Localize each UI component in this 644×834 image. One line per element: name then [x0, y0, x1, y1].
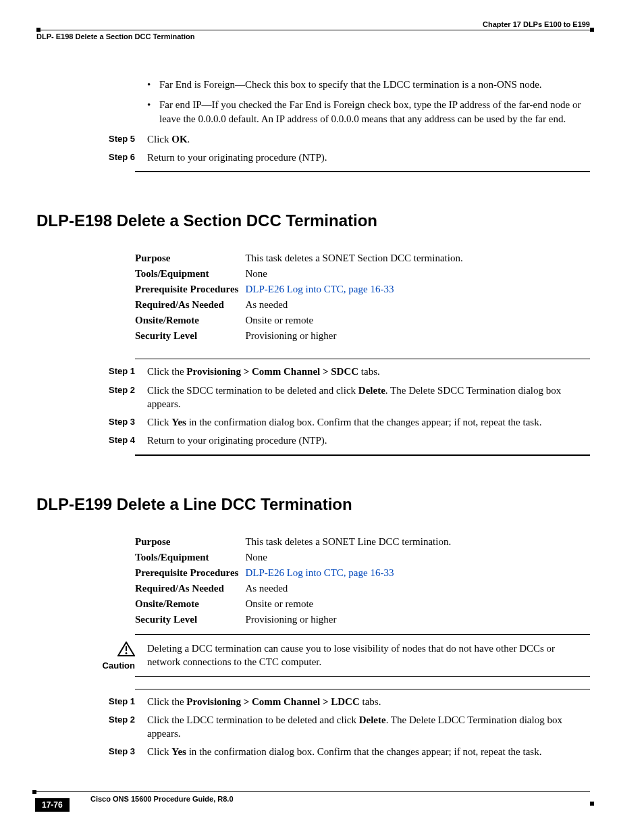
meta-table-e199: PurposeThis task deletes a SONET Line DC… — [135, 534, 458, 627]
text: in the confirmation dialog box. Confirm … — [186, 746, 542, 757]
procedure-title-e199: DLP-E199 Delete a Line DCC Termination — [36, 495, 590, 514]
step-row: Step 1 Click the Provisioning > Comm Cha… — [36, 365, 590, 378]
page-content: • Far End is Foreign—Check this box to s… — [36, 78, 590, 764]
meta-key: Purpose — [135, 534, 245, 550]
text: . — [188, 134, 190, 145]
bullet-item: • Far end IP—If you checked the Far End … — [36, 98, 590, 126]
step-label: Step 1 — [36, 695, 147, 708]
bullet-item: • Far End is Foreign—Check this box to s… — [36, 78, 590, 91]
step-body: Click OK. — [147, 132, 590, 146]
step-row: Step 6 Return to your originating proced… — [36, 151, 590, 164]
svg-point-2 — [126, 652, 128, 654]
step-label: Step 2 — [36, 713, 147, 741]
text: tabs. — [358, 366, 380, 377]
bold-text: Delete — [358, 385, 385, 396]
step-label: Step 2 — [36, 384, 147, 411]
header-tick-right — [590, 28, 594, 32]
bold-text: Yes — [171, 746, 186, 757]
step-row: Step 2 Click the LDCC termination to be … — [36, 713, 590, 741]
meta-key: Security Level — [135, 612, 245, 627]
text: Click — [147, 417, 171, 427]
header-section: DLP- E198 Delete a Section DCC Terminati… — [36, 32, 590, 41]
procedure-title-e198: DLP-E198 Delete a Section DCC Terminatio… — [36, 211, 590, 230]
rule — [135, 689, 590, 689]
meta-key: Prerequisite Procedures — [135, 565, 245, 581]
step-body: Click the LDCC termination to be deleted… — [147, 713, 590, 741]
bold-text: Delete — [359, 714, 386, 725]
meta-val: Provisioning or higher — [245, 612, 458, 627]
meta-key: Required/As Needed — [135, 581, 245, 596]
meta-val: None — [245, 550, 458, 565]
step-row: Step 3 Click Yes in the confirmation dia… — [36, 415, 590, 429]
meta-table-e198: PurposeThis task deletes a SONET Section… — [135, 251, 470, 344]
meta-val: This task deletes a SONET Section DCC te… — [245, 251, 469, 266]
step-body: Return to your originating procedure (NT… — [147, 151, 590, 164]
step-label: Step 4 — [36, 434, 147, 447]
meta-key: Prerequisite Procedures — [135, 282, 245, 297]
text: Click the SDCC termination to be deleted… — [147, 385, 358, 396]
header-chapter: Chapter 17 DLPs E100 to E199 — [36, 20, 590, 28]
bullet-marker: • — [147, 78, 159, 91]
meta-key: Tools/Equipment — [135, 550, 245, 565]
footer-tick-right — [590, 802, 594, 806]
meta-val: None — [245, 266, 469, 282]
bullet-text: Far End is Foreign—Check this box to spe… — [159, 78, 590, 91]
meta-key: Tools/Equipment — [135, 266, 245, 282]
section-end-rule — [135, 171, 590, 172]
meta-key: Onsite/Remote — [135, 313, 245, 328]
meta-key: Security Level — [135, 328, 245, 344]
step-label: Step 3 — [36, 415, 147, 429]
step-body: Click the Provisioning > Comm Channel > … — [147, 365, 590, 378]
meta-val: As needed — [245, 581, 458, 596]
meta-val: As needed — [245, 297, 469, 313]
bold-text: Provisioning > Comm Channel > LDCC — [186, 696, 359, 707]
step-body: Click the SDCC termination to be deleted… — [147, 384, 590, 411]
step-body: Return to your originating procedure (NT… — [147, 434, 590, 447]
caution-block: Caution Deleting a DCC termination can c… — [36, 642, 590, 671]
bold-text: Provisioning > Comm Channel > SDCC — [186, 366, 358, 377]
step-row: Step 5 Click OK. — [36, 132, 590, 146]
step-row: Step 4 Return to your originating proced… — [36, 434, 590, 447]
caution-top-rule — [135, 634, 590, 635]
step-body: Click the Provisioning > Comm Channel > … — [147, 695, 590, 708]
meta-val: Onsite or remote — [245, 596, 458, 612]
step-row: Step 2 Click the SDCC termination to be … — [36, 384, 590, 411]
step-body: Click Yes in the confirmation dialog box… — [147, 745, 590, 758]
running-header: Chapter 17 DLPs E100 to E199 DLP- E198 D… — [36, 20, 590, 41]
bullet-text: Far end IP—If you checked the Far End is… — [159, 98, 590, 126]
xref-link[interactable]: DLP-E26 Log into CTC, page 16-33 — [245, 567, 394, 578]
step-row: Step 1 Click the Provisioning > Comm Cha… — [36, 695, 590, 708]
meta-val: This task deletes a SONET Line DCC termi… — [245, 534, 458, 550]
caution-bottom-rule — [135, 676, 590, 677]
section-end-rule — [135, 454, 590, 456]
meta-key: Purpose — [135, 251, 245, 266]
footer-tick — [32, 790, 36, 794]
bold-text: OK — [171, 134, 187, 145]
meta-key: Onsite/Remote — [135, 596, 245, 612]
text: Click the — [147, 366, 186, 377]
caution-gutter: Caution — [36, 642, 147, 671]
caution-label-text: Caution — [36, 660, 135, 671]
step-label: Step 6 — [36, 151, 147, 164]
bullet-marker: • — [147, 98, 159, 126]
running-footer: Cisco ONS 15600 Procedure Guide, R8.0 17… — [36, 791, 590, 803]
text: Click the — [147, 696, 186, 707]
header-rule — [36, 30, 590, 30]
text: Click — [147, 134, 171, 145]
step-row: Step 3 Click Yes in the confirmation dia… — [36, 745, 590, 758]
rule — [135, 359, 590, 359]
text: Click the LDCC termination to be deleted… — [147, 714, 359, 725]
meta-key: Required/As Needed — [135, 297, 245, 313]
bold-text: Yes — [171, 417, 186, 427]
meta-val: DLP-E26 Log into CTC, page 16-33 — [245, 282, 469, 297]
xref-link[interactable]: DLP-E26 Log into CTC, page 16-33 — [245, 284, 394, 294]
footer-book-title: Cisco ONS 15600 Procedure Guide, R8.0 — [90, 795, 590, 803]
caution-icon — [117, 642, 135, 659]
meta-val: Provisioning or higher — [245, 328, 469, 344]
meta-val: DLP-E26 Log into CTC, page 16-33 — [245, 565, 458, 581]
step-label: Step 5 — [36, 132, 147, 146]
caution-text: Deleting a DCC termination can cause you… — [147, 642, 590, 671]
step-label: Step 1 — [36, 365, 147, 378]
step-body: Click Yes in the confirmation dialog box… — [147, 415, 590, 429]
text: tabs. — [360, 696, 381, 707]
